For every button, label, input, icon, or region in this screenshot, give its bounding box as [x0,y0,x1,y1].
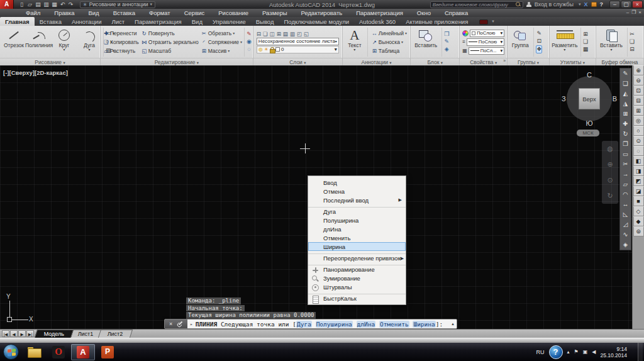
navigation-bar[interactable]: ◍⊕⊙↻ [602,141,618,204]
edit-tool-icon[interactable]: ❐ [620,139,631,149]
edit-tool-icon[interactable]: ✚ [620,119,631,129]
draw-tool-button[interactable]: Полилиния [26,28,52,57]
qat-icon[interactable]: ▦ [50,1,58,8]
doc-close-button[interactable]: × [638,9,641,15]
navbar-icon[interactable]: ↻ [607,192,613,200]
edit-tool-icon[interactable]: ▱ [620,179,631,189]
clipboard-small-icon[interactable]: ❏ [630,38,635,45]
ribbon-tab[interactable]: Аннотации [67,17,107,26]
context-menu-item[interactable]: Ширина [308,242,406,251]
view-tool-icon[interactable]: ◎ [633,116,644,126]
edit-tool-icon[interactable]: ◿ [620,219,631,230]
menu-item[interactable]: Формат [142,9,177,16]
draw-tool-button[interactable]: Дуга ▾ [77,28,102,57]
context-menu-item[interactable]: длИна [308,225,406,233]
ribbon-tab[interactable]: Вывод [251,17,279,26]
context-menu-item[interactable]: Отмена [308,187,406,196]
layer-tool-icon[interactable]: ◱ [304,31,309,37]
view-tool-icon[interactable]: ○ [633,126,644,136]
context-menu-item[interactable]: Дуга [308,207,406,216]
block-small-icon[interactable]: ❒ [444,31,449,38]
taskbar-autocad-button[interactable]: A [71,344,95,360]
draw-tool-button[interactable]: Круг ▾ [52,28,77,57]
view-tool-icon[interactable]: ◇ [633,206,644,216]
command-token[interactable]: Полуширина [316,321,353,328]
tab-nav-button[interactable]: ◀ [10,330,18,337]
help-icon[interactable]: ? [600,1,604,8]
view-tool-icon[interactable]: ⊕ [633,65,644,75]
edit-tool-icon[interactable]: ▭ [620,149,631,159]
close-button[interactable]: × [632,1,643,8]
menu-item[interactable]: Файл [19,9,47,16]
context-menu-item[interactable]: Панорамирование [308,265,406,274]
menu-item[interactable]: Сервис [177,9,212,16]
layer-current-dropdown[interactable]: ◍ ☀ 0 ▾ [257,46,339,53]
ribbon-tab[interactable]: Вставка [35,17,67,26]
edit-tool-icon[interactable]: ◠ [620,189,631,199]
taskbar-opera-button[interactable]: O [47,344,70,360]
annotation-button[interactable]: ↗Выноска▾ [370,38,407,47]
view-tool-icon[interactable]: ⊙ [633,136,644,146]
layer-tool-icon[interactable]: ⊟ [257,31,261,37]
ribbon-tab[interactable]: Параметризация [130,17,187,26]
modify-button[interactable]: ↻Повернуть [140,29,199,38]
command-token[interactable]: Отменить [379,321,409,328]
dialog-launcher-icon[interactable]: » [503,57,506,65]
context-menu-item[interactable]: Последний ввод ▶ [308,196,406,204]
modify-button[interactable]: ❏Копировать [102,38,139,47]
panel-label[interactable]: Свойства ▾ » [460,58,507,65]
menu-item[interactable]: Вставка [106,9,142,16]
view-tool-icon[interactable]: ⊚ [633,226,644,236]
workspace-dropdown[interactable]: ✳ Рисование и аннотации ▾ [80,1,155,8]
doc-restore-button[interactable]: ❐ [631,9,636,15]
clipboard-small-icon[interactable]: ✂ [630,31,635,38]
qat-icon[interactable]: ▱ [26,1,34,8]
taskbar-explorer-button[interactable] [22,344,46,360]
view-tool-icon[interactable]: ◨ [633,166,644,176]
panel-label[interactable]: Аннотации ▾ [343,58,410,65]
menu-item[interactable]: Правка [47,9,81,16]
view-tool-icon[interactable]: ⊟ [633,96,644,106]
tab-nav-button[interactable]: ▶ [18,330,26,337]
wcs-button[interactable]: МСК [577,130,599,136]
context-menu-item[interactable]: Ввод [308,178,406,187]
navbar-icon[interactable]: ⊙ [607,176,613,184]
view-tool-icon[interactable]: ⊡ [633,86,644,96]
viewcube[interactable]: С В Ю З Верх [562,72,616,126]
viewcube-east[interactable]: В [613,95,617,103]
annotation-button[interactable]: ⊞Таблица [370,47,407,55]
menu-item[interactable]: Параметризация [349,9,410,16]
view-tool-icon[interactable]: ■ [633,196,644,206]
command-token[interactable]: Ширина [413,321,435,328]
command-prompt[interactable]: ▸ ПЛИНИЯ Следующая точка или [Дуга Полуш… [187,319,449,328]
modify-small-icon[interactable]: ◌ [247,46,252,53]
view-tool-icon[interactable]: ◧ [633,156,644,166]
context-menu-item[interactable]: Зумирование [308,274,406,282]
ribbon-tab[interactable]: Главная [0,17,35,26]
modify-button[interactable]: ✂Обрезать▾ [200,29,242,38]
navbar-icon[interactable]: ◍ [607,145,613,153]
menu-item[interactable]: Рисование [211,9,255,16]
app-logo-icon[interactable]: A [0,0,14,9]
modify-small-icon[interactable]: ✎ [247,31,252,38]
layout-tab[interactable]: Модель [35,330,74,338]
measure-button[interactable]: Разметить ▾ [551,28,579,57]
doc-minimize-button[interactable]: – [626,9,629,15]
modify-button[interactable]: ⋈Отразить зеркально [140,38,199,47]
command-line[interactable]: × ▸ ПЛИНИЯ Следующая точка или [Дуга Пол… [164,319,457,329]
context-menu-item[interactable]: Полуширина [308,216,406,225]
context-menu-item[interactable]: БыстрКальк [308,294,406,303]
apps-store-icon[interactable] [591,2,597,7]
menu-item[interactable]: Вид [81,9,106,16]
group-small-icon[interactable]: ✎ [536,30,542,37]
tab-nav-button[interactable]: ▶| [26,330,34,337]
edit-tool-icon[interactable]: ❏ [620,79,631,89]
paste-button[interactable]: Вставить ▾ [597,28,625,57]
viewcube-south[interactable]: Ю [586,119,592,127]
layer-state-dropdown[interactable]: Несохраненное состояние листа▾ [257,38,339,45]
edit-tool-icon[interactable]: ◭ [620,89,631,99]
wrench-icon[interactable] [175,319,184,328]
command-token[interactable]: ]: [436,321,443,328]
qat-icon[interactable]: ▥ [42,1,50,8]
taskbar-powerpoint-button[interactable]: P [96,344,119,360]
